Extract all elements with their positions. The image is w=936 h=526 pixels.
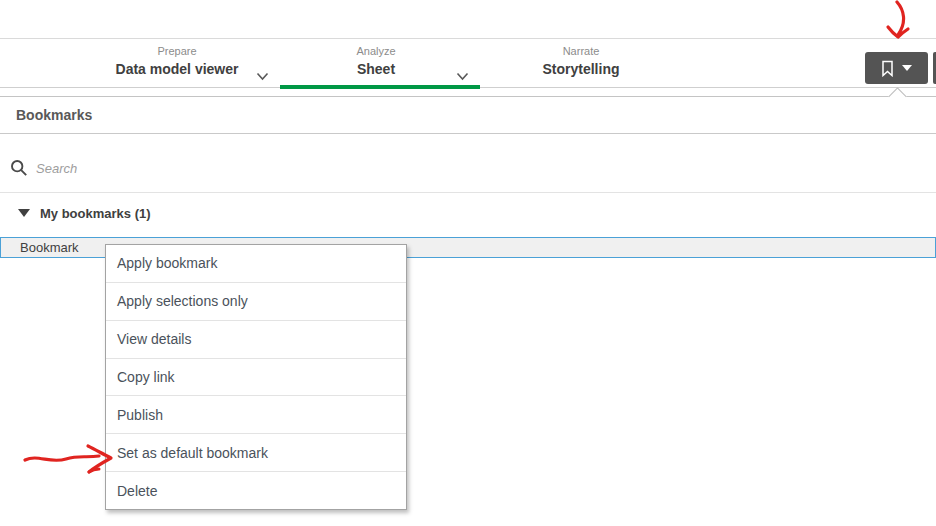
menu-item-delete[interactable]: Delete (106, 471, 406, 509)
search-icon (10, 159, 28, 177)
divider (0, 192, 936, 193)
nav-section-label: Narrate (508, 45, 654, 58)
panel-title: Bookmarks (16, 107, 92, 123)
nav-section-label: Prepare (101, 45, 253, 58)
group-label: My bookmarks (1) (40, 206, 151, 221)
menu-item-view-details[interactable]: View details (106, 320, 406, 358)
menu-item-apply-bookmark[interactable]: Apply bookmark (106, 245, 406, 282)
bookmarks-toolbar-button[interactable] (865, 52, 928, 84)
nav-view-label: Storytelling (508, 60, 654, 79)
collapse-triangle-icon (18, 209, 30, 217)
chevron-down-icon[interactable] (256, 67, 269, 76)
bookmark-context-menu: Apply bookmark Apply selections only Vie… (105, 244, 407, 510)
menu-item-set-as-default-bookmark[interactable]: Set as default bookmark (106, 433, 406, 471)
nav-view-label: Sheet (303, 60, 449, 79)
nav-item-prepare[interactable]: Prepare Data model viewer (101, 45, 253, 79)
search-input[interactable] (36, 157, 896, 179)
bookmark-item-label: Bookmark (20, 240, 79, 255)
nav-item-narrate[interactable]: Narrate Storytelling (508, 45, 654, 79)
bookmark-icon (881, 60, 894, 77)
nav-view-label: Data model viewer (101, 60, 253, 79)
top-toolbar: Prepare Data model viewer Analyze Sheet … (0, 38, 936, 88)
menu-item-publish[interactable]: Publish (106, 395, 406, 433)
nav-section-label: Analyze (303, 45, 449, 58)
menu-item-copy-link[interactable]: Copy link (106, 358, 406, 396)
active-tab-underline (280, 85, 480, 89)
my-bookmarks-group-header[interactable]: My bookmarks (1) (18, 204, 151, 222)
caret-down-icon (902, 65, 912, 71)
divider (0, 133, 936, 134)
chevron-down-icon[interactable] (456, 67, 469, 76)
nav-item-analyze[interactable]: Analyze Sheet (303, 45, 449, 79)
menu-item-apply-selections-only[interactable]: Apply selections only (106, 282, 406, 320)
